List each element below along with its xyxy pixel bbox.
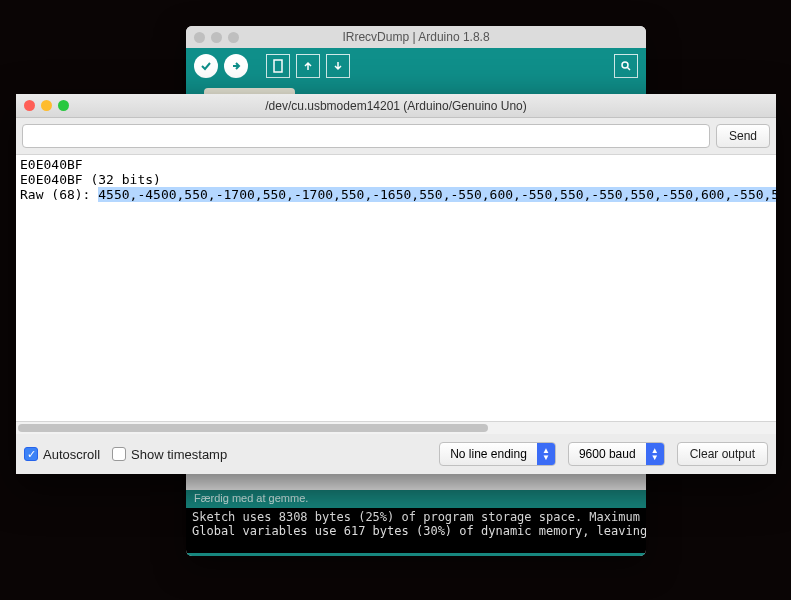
output-raw-line: Raw (68): 4550,-4500,550,-1700,550,-1700… — [20, 187, 772, 202]
monitor-title: /dev/cu.usbmodem14201 (Arduino/Genuino U… — [16, 99, 776, 113]
svg-rect-0 — [274, 60, 282, 72]
clear-output-button[interactable]: Clear output — [677, 442, 768, 466]
console-line: Sketch uses 8308 bytes (25%) of program … — [192, 510, 646, 524]
baud-rate-value: 9600 baud — [569, 447, 646, 461]
close-button[interactable] — [24, 100, 35, 111]
baud-rate-select[interactable]: 9600 baud ▲▼ — [568, 442, 665, 466]
ide-titlebar: IRrecvDump | Arduino 1.8.8 — [186, 26, 646, 48]
monitor-traffic-lights — [24, 100, 69, 111]
line-ending-value: No line ending — [440, 447, 537, 461]
monitor-bottom-bar: ✓ Autoscroll Show timestamp No line endi… — [16, 434, 776, 474]
new-button[interactable] — [266, 54, 290, 78]
autoscroll-checkbox[interactable]: ✓ Autoscroll — [24, 447, 100, 462]
ide-statusbar: 84 Arduino/Genuino Uno on /dev/cu.usbmod… — [186, 553, 646, 556]
ide-title: IRrecvDump | Arduino 1.8.8 — [186, 30, 646, 44]
serial-send-input[interactable] — [22, 124, 710, 148]
serial-monitor-window: /dev/cu.usbmodem14201 (Arduino/Genuino U… — [16, 94, 776, 474]
raw-prefix: Raw (68): — [20, 187, 98, 202]
autoscroll-label: Autoscroll — [43, 447, 100, 462]
zoom-button[interactable] — [58, 100, 69, 111]
timestamp-label: Show timestamp — [131, 447, 227, 462]
stepper-arrows-icon: ▲▼ — [646, 443, 664, 465]
show-timestamp-checkbox[interactable]: Show timestamp — [112, 447, 227, 462]
line-ending-select[interactable]: No line ending ▲▼ — [439, 442, 556, 466]
raw-data-selected: 4550,-4500,550,-1700,550,-1700,550,-1650… — [98, 187, 776, 202]
ide-toolbar — [186, 48, 646, 84]
ide-traffic-lights — [194, 32, 239, 43]
minimize-button[interactable] — [41, 100, 52, 111]
zoom-button[interactable] — [228, 32, 239, 43]
output-line: E0E040BF (32 bits) — [20, 172, 772, 187]
output-line: E0E040BF — [20, 157, 772, 172]
send-button[interactable]: Send — [716, 124, 770, 148]
svg-point-1 — [622, 62, 628, 68]
console-line: Global variables use 617 bytes (30%) of … — [192, 524, 646, 538]
checkbox-icon: ✓ — [24, 447, 38, 461]
serial-monitor-button[interactable] — [614, 54, 638, 78]
ide-console: Sketch uses 8308 bytes (25%) of program … — [186, 508, 646, 553]
verify-button[interactable] — [194, 54, 218, 78]
scrollbar-thumb[interactable] — [18, 424, 488, 432]
stepper-arrows-icon: ▲▼ — [537, 443, 555, 465]
monitor-input-row: Send — [16, 118, 776, 154]
ide-status-message: Færdig med at gemme. — [186, 490, 646, 508]
upload-button[interactable] — [224, 54, 248, 78]
open-button[interactable] — [296, 54, 320, 78]
close-button[interactable] — [194, 32, 205, 43]
horizontal-scrollbar[interactable] — [16, 422, 776, 434]
save-button[interactable] — [326, 54, 350, 78]
serial-output[interactable]: E0E040BF E0E040BF (32 bits) Raw (68): 45… — [16, 154, 776, 422]
checkbox-icon — [112, 447, 126, 461]
monitor-titlebar: /dev/cu.usbmodem14201 (Arduino/Genuino U… — [16, 94, 776, 118]
minimize-button[interactable] — [211, 32, 222, 43]
